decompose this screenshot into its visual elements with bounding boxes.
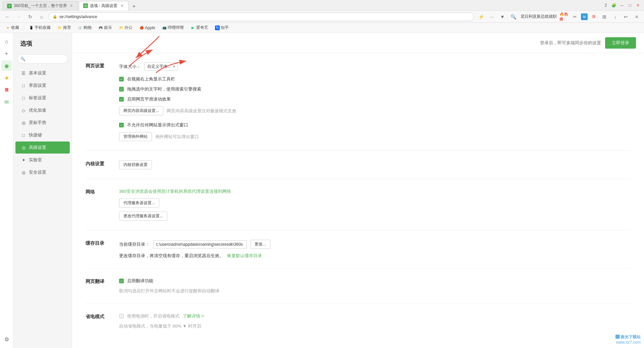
section-body-webpage: 字体大小： 自定义字体... <box>119 62 631 141</box>
scissors-btn[interactable]: ✂ <box>570 12 580 21</box>
tabs-container: 3 360导航_一个主页，整个世界 ✕ 选 选项 - 高级设置 ✕ + <box>3 0 602 10</box>
nav-item-shortcuts[interactable]: □ 快捷键 <box>15 129 70 141</box>
checkbox-drag-search[interactable]: ✓ <box>119 87 124 92</box>
bookmark-office-label: 办公 <box>124 25 132 31</box>
menu-btn[interactable]: ≡ <box>632 12 641 21</box>
bookmark-office[interactable]: 📁 办公 <box>116 24 135 31</box>
bookmark-mobile[interactable]: 📱 手机收藏 <box>26 24 53 31</box>
row-drag-search: ✓ 拖拽选中的文字时，使用搜索引擎搜索 <box>119 86 631 92</box>
bookmark-favorites[interactable]: ★ 收藏 <box>3 24 22 31</box>
power-learn-more-link[interactable]: 了解详情 > <box>183 313 204 319</box>
section-title-power: 省电模式 <box>86 313 119 329</box>
row-proxy-change: 更改代理服务器设置... <box>119 212 631 221</box>
cache-restore-link[interactable]: 恢复默认缓存目录 <box>227 253 262 259</box>
nav-item-basic[interactable]: ☰ 基本设置 <box>15 67 70 79</box>
manage-exceptions-btn[interactable]: 管理例外网站 <box>119 132 152 141</box>
search-box: 🔍 <box>17 54 68 64</box>
settings-content: 网页设置 字体大小： 自定义字体... <box>72 53 644 348</box>
refresh-button[interactable]: ↻ <box>25 12 35 21</box>
more-btn[interactable]: ··· <box>487 12 496 21</box>
label-translate: 启用翻译功能 <box>127 278 153 284</box>
download-btn[interactable]: ↓ <box>610 12 620 21</box>
bookmark-entertainment[interactable]: 🎮 娱乐 <box>96 24 115 31</box>
bookmark-iqiyi[interactable]: ▶ 爱奇艺 <box>188 24 211 31</box>
checkbox-video-toolbar[interactable]: ✓ <box>119 77 124 81</box>
sidebar-settings-icon[interactable]: ⚙ <box>1 334 12 345</box>
section-network: 网络 360安全浏览器会使用您计算机的系统代理设置连接到网络 代理服务器设置..… <box>86 179 631 230</box>
extensions-btn[interactable]: 🧩 <box>610 2 617 9</box>
tab-close-360home[interactable]: ✕ <box>69 4 74 8</box>
sidebar-news-icon[interactable]: ◉ <box>1 60 12 71</box>
address-input[interactable] <box>59 14 470 19</box>
cache-path-input[interactable] <box>153 240 247 248</box>
sidebar-mail-icon[interactable]: ✉ <box>1 97 12 107</box>
maximize-btn[interactable]: □ <box>627 2 633 9</box>
nav-icon-optimize: ◇ <box>21 108 26 113</box>
login-button[interactable]: 立即登录 <box>605 37 636 49</box>
row-power-auto: 自动省电模式，当电量低于 60% ▼ 时开启 <box>119 323 631 329</box>
proxy-settings-btn[interactable]: 代理服务器设置... <box>119 198 159 208</box>
tab-close-settings[interactable]: ✕ <box>119 3 124 8</box>
dropdown-btn[interactable]: ▼ <box>498 12 507 21</box>
nav-icon-shortcuts: □ <box>21 132 26 138</box>
nav-item-tabs[interactable]: □ 标签设置 <box>15 92 70 104</box>
sidebar-star-icon[interactable]: ★ <box>1 72 12 83</box>
m-btn[interactable]: M <box>581 13 588 20</box>
bookmark-mobile-label: 手机收藏 <box>35 25 51 31</box>
nav-label-tabs: 标签设置 <box>29 95 46 101</box>
font-size-row: 字体大小： 自定义字体... <box>119 62 631 71</box>
home-button[interactable]: ⌂ <box>37 12 46 21</box>
nav-item-security[interactable]: ◎ 安全设置 <box>15 166 70 178</box>
checkbox-popup-block[interactable]: ✓ <box>119 123 124 127</box>
folder-icon-recommend: 📁 <box>57 25 62 30</box>
nav-item-optimize[interactable]: ◇ 优化加速 <box>15 104 70 116</box>
back-button[interactable]: ← <box>3 12 12 21</box>
sidebar-weibo-icon[interactable]: 微 <box>1 84 12 95</box>
lightning-btn[interactable]: ⚡ <box>476 12 486 21</box>
exceptions-hint: 例外网站可以弹出窗口 <box>155 134 199 140</box>
checkbox-power[interactable] <box>119 314 124 318</box>
nav-right-buttons: ⚡ ··· ▼ 🔍 尼日利亚新总统就职 🔥热搜 ✂ M 微 ⊞ ↓ ↩ ≡ <box>476 12 641 21</box>
forward-button[interactable]: → <box>14 12 23 21</box>
sidebar-home-icon[interactable]: ⌂ <box>1 36 12 47</box>
nav-label-security: 安全设置 <box>29 169 46 175</box>
bookmark-shopping[interactable]: 🛒 购物 <box>75 24 94 31</box>
proxy-change-btn[interactable]: 更改代理服务器设置... <box>119 212 167 221</box>
bookmark-bilibili[interactable]: 📺 哔哩哔哩 <box>159 24 186 31</box>
font-size-value: 自定义字体... <box>147 64 171 69</box>
cache-change-btn[interactable]: 更改... <box>250 240 270 249</box>
kernel-switch-btn[interactable]: 内核切换设置 <box>119 160 152 169</box>
tab-label-360home: 360导航_一个主页，整个世界 <box>14 3 67 9</box>
row-translate-hint: 取消勾选后打开外文网站时不会进行提醒和自动翻译 <box>119 288 631 294</box>
tab-360home[interactable]: 3 360导航_一个主页，整个世界 ✕ <box>3 1 78 10</box>
close-btn[interactable]: ✕ <box>635 2 641 9</box>
nav-item-lab[interactable]: ✦ 实验室 <box>15 154 70 166</box>
address-bar[interactable]: 🔒 <box>48 12 474 21</box>
bookmark-apple[interactable]: 🍎 Apple <box>137 25 158 31</box>
advanced-content-btn[interactable]: 网页内容高级设置... <box>119 106 163 115</box>
nav-item-gesture[interactable]: ◎ 景标手势 <box>15 117 70 129</box>
font-size-label: 字体大小： <box>119 64 141 70</box>
grid-btn[interactable]: ⊞ <box>600 12 609 21</box>
nav-item-interface[interactable]: □ 界面设置 <box>15 79 70 92</box>
row-advanced-content: 网页内容高级设置... 网页内容高级设置仅对极速模式生效 <box>119 106 631 115</box>
power-auto-text: 自动省电模式，当电量低于 60% ▼ 时开启 <box>119 323 201 329</box>
nav-icon-interface: □ <box>21 83 26 88</box>
bookmark-recommend[interactable]: 📁 推荐 <box>55 24 74 31</box>
apple-icon: 🍎 <box>139 25 144 30</box>
hot-badge[interactable]: 🔥热搜 <box>559 12 569 21</box>
bookmark-zhihu[interactable]: 知 知乎· <box>212 24 232 31</box>
add-tab-button[interactable]: + <box>129 2 139 10</box>
sidebar-add-icon[interactable]: + <box>1 48 12 59</box>
section-body-kernel: 内核切换设置 <box>119 160 631 169</box>
checkbox-translate[interactable]: ✓ <box>119 279 124 283</box>
font-size-dropdown[interactable]: 自定义字体... <box>144 62 178 71</box>
weibo-btn[interactable]: 微 <box>589 12 598 21</box>
undo-btn[interactable]: ↩ <box>621 12 631 21</box>
nav-item-advanced[interactable]: ◎ 高级设置 <box>15 141 70 154</box>
checkbox-smooth-scroll[interactable]: ✓ <box>119 97 124 102</box>
minimize-btn[interactable]: ─ <box>619 2 625 9</box>
network-desc-link[interactable]: 360安全浏览器会使用您计算机的系统代理设置连接到网络 <box>119 188 231 194</box>
tab-settings[interactable]: 选 选项 - 高级设置 ✕ <box>79 1 129 10</box>
content-area: 登录后，即可多端同步你的设置 立即登录 网页设置 字体大小： 自定义字体... <box>72 33 644 348</box>
